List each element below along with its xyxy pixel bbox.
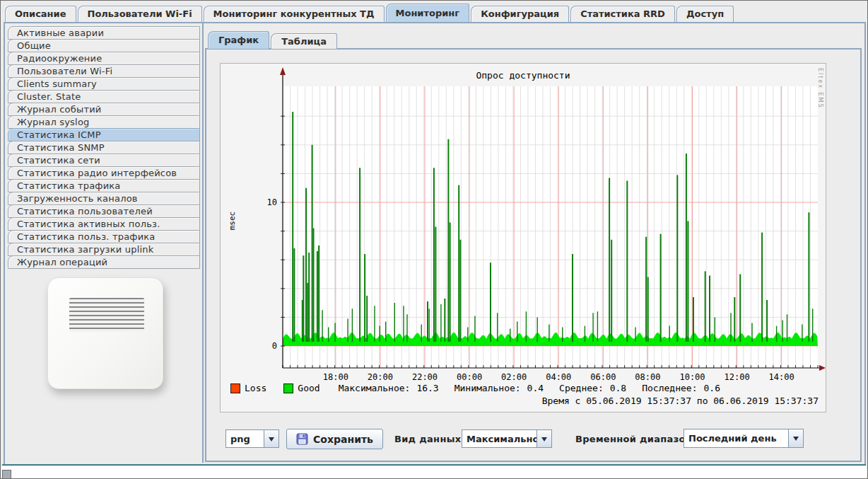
good-legend-label: Good xyxy=(298,383,319,393)
access-point-body xyxy=(47,277,163,389)
availability-chart: Опрос доступности 18:0020:0022:0000:0002… xyxy=(220,63,826,412)
tab-tablitsa[interactable]: Таблица xyxy=(271,33,337,49)
range-select-value: Последний день xyxy=(684,429,788,447)
sidebar-item-zagruzhennost-kanalov[interactable]: Загруженность каналов xyxy=(8,192,200,205)
min-stat-value: 0.4 xyxy=(527,383,544,393)
window-corner-box xyxy=(2,470,11,479)
sidebar-item-cluster-state[interactable]: Cluster. State xyxy=(8,90,200,103)
sidebar-item-obshchie[interactable]: Общие xyxy=(8,39,200,52)
svg-text:20:00: 20:00 xyxy=(368,372,393,382)
save-button-label: Сохранить xyxy=(313,434,373,445)
save-button[interactable]: Сохранить xyxy=(286,429,383,449)
tab-dostup[interactable]: Доступ xyxy=(676,6,734,22)
tab-polzovateli-wifi[interactable]: Пользователи Wi-Fi xyxy=(78,6,202,22)
loss-legend-label: Loss xyxy=(245,383,266,393)
sidebar-item-statistika-trafika[interactable]: Статистика трафика xyxy=(8,179,200,192)
sidebar-item-statistika-polzovateley[interactable]: Статистика пользователей xyxy=(8,204,200,218)
tab-konfiguratsiya[interactable]: Конфигурация xyxy=(471,6,569,22)
last-stat-label: Последнее: xyxy=(642,383,697,393)
range-select-arrow-icon[interactable] xyxy=(788,429,803,447)
access-point-grille xyxy=(69,298,144,332)
svg-text:msec: msec xyxy=(228,212,237,231)
svg-text:14:00: 14:00 xyxy=(769,372,794,382)
range-select[interactable]: Последний день xyxy=(684,429,804,448)
data-kind-select-arrow-icon[interactable] xyxy=(536,430,551,447)
main-tabbar: Описание Пользователи Wi-Fi Мониторинг к… xyxy=(5,4,734,22)
format-select-value: png xyxy=(226,430,264,447)
sidebar-item-statistika-aktivnykh-polz[interactable]: Статистика активных польз. xyxy=(8,217,200,231)
sidebar-item-statistika-radio-interfeysov[interactable]: Статистика радио интерфейсов xyxy=(8,166,200,180)
loss-color-swatch xyxy=(230,383,240,393)
max-stat-label: Максимальное: xyxy=(339,383,411,393)
svg-text:10:00: 10:00 xyxy=(679,372,705,382)
avg-stat-label: Среднее: xyxy=(559,383,604,393)
sidebar-item-statistika-snmp[interactable]: Статистика SNMP xyxy=(8,141,200,154)
sidebar-item-radiookruzhenie[interactable]: Радиоокружение xyxy=(8,52,200,65)
chart-legend: Loss Good Максимальное: 16.3 Минимальное… xyxy=(230,383,734,393)
floppy-disk-icon xyxy=(296,433,308,445)
svg-text:18:00: 18:00 xyxy=(323,372,348,382)
good-color-swatch xyxy=(283,383,293,393)
availability-plot: 18:0020:0022:0000:0002:0004:0006:0008:00… xyxy=(221,64,826,412)
min-stat-label: Минимальное: xyxy=(454,383,521,393)
sidebar-item-zhurnal-syslog[interactable]: Журнал syslog xyxy=(8,115,200,129)
app-window: Описание Пользователи Wi-Fi Мониторинг к… xyxy=(0,0,868,479)
max-stat-value: 16.3 xyxy=(416,383,438,393)
panel-bottom-border xyxy=(2,464,866,466)
sidebar-item-statistika-zagruzki-uplink[interactable]: Статистика загрузки uplink xyxy=(8,243,200,256)
sidebar-item-clients-summary[interactable]: Clients summary xyxy=(8,77,200,91)
sidebar-item-aktivnye-avarii[interactable]: Активные аварии xyxy=(8,26,200,40)
tab-monitoring[interactable]: Мониторинг xyxy=(386,4,470,22)
avg-stat-value: 0.8 xyxy=(610,383,626,393)
tab-grafik[interactable]: График xyxy=(208,31,269,49)
data-kind-label: Вид данных xyxy=(394,434,461,444)
svg-text:22:00: 22:00 xyxy=(412,372,438,382)
data-kind-select-value: Максимальное xyxy=(462,430,536,447)
last-stat-value: 0.6 xyxy=(703,383,720,393)
svg-text:08:00: 08:00 xyxy=(635,372,660,382)
bottom-strip xyxy=(1,466,867,478)
chart-watermark: Eltex EMS xyxy=(817,68,823,109)
svg-text:12:00: 12:00 xyxy=(725,372,750,382)
sidebar-item-statistika-polz-trafika[interactable]: Статистика польз. трафика xyxy=(8,230,200,243)
sidebar-divider xyxy=(202,23,204,463)
svg-text:10: 10 xyxy=(267,197,277,207)
svg-text:00:00: 00:00 xyxy=(457,372,482,382)
svg-text:06:00: 06:00 xyxy=(590,372,616,382)
tab-monitoring-konkurentnykh-td[interactable]: Мониторинг конкурентных ТД xyxy=(204,6,385,22)
sidebar-item-zhurnal-sobytiy[interactable]: Журнал событий xyxy=(8,103,200,116)
sidebar: Активные аварии Общие Радиоокружение Пол… xyxy=(8,27,200,269)
tab-opisanie[interactable]: Описание xyxy=(5,6,76,22)
data-kind-select[interactable]: Максимальное xyxy=(462,429,552,448)
svg-text:02:00: 02:00 xyxy=(501,372,527,382)
tab-statistika-rrd[interactable]: Статистика RRD xyxy=(570,6,675,22)
svg-text:0: 0 xyxy=(272,341,277,351)
sidebar-item-polzovateli-wifi[interactable]: Пользователи Wi-Fi xyxy=(8,64,200,78)
svg-text:04:00: 04:00 xyxy=(546,372,571,382)
sidebar-item-zhurnal-operatsiy[interactable]: Журнал операций xyxy=(8,255,200,269)
range-label: Временной диапазон xyxy=(575,434,692,444)
view-tabbar: График Таблица xyxy=(208,32,337,49)
access-point-image xyxy=(46,277,166,395)
chart-time-range: Время с 05.06.2019 15:37:37 по 06.06.201… xyxy=(542,396,819,406)
sidebar-item-statistika-seti[interactable]: Статистика сети xyxy=(8,154,200,167)
format-select-arrow-icon[interactable] xyxy=(264,430,278,447)
format-select[interactable]: png xyxy=(225,429,279,448)
sidebar-item-statistika-icmp[interactable]: Статистика ICMP xyxy=(8,128,200,142)
